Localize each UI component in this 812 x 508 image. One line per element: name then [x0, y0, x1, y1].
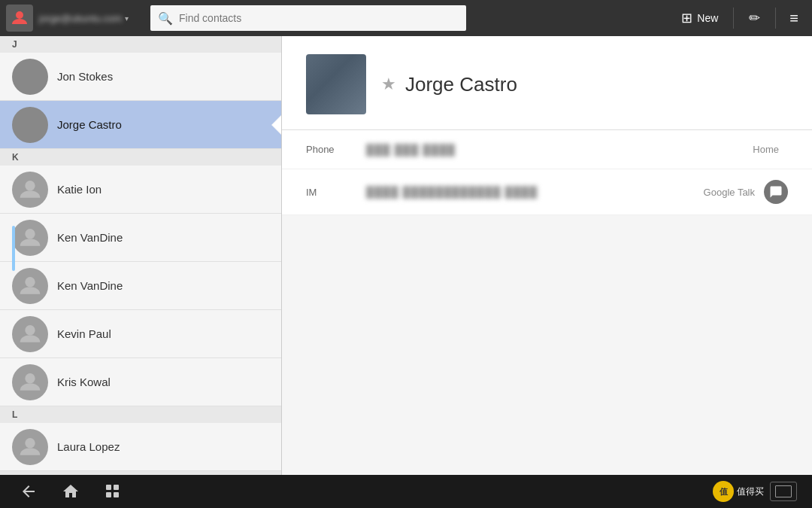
detail-contact-name: Jorge Castro — [405, 73, 517, 96]
watermark: 值 值得买 — [713, 481, 764, 502]
detail-name-area: ★ Jorge Castro — [381, 73, 517, 96]
new-button-label: New — [697, 12, 718, 24]
contact-item-ken-vandine-1[interactable]: Ken VanDine — [0, 214, 281, 262]
section-header-j: J — [0, 36, 281, 53]
recent-apps-inner — [775, 485, 792, 497]
contact-avatar-jon — [12, 59, 48, 95]
contacts-panel: J Jon Stokes Jorge Castro K Katie Ion Ke… — [0, 36, 282, 475]
scroll-indicator[interactable] — [12, 226, 15, 271]
field-type-phone: Phone — [306, 144, 366, 155]
top-bar: jorge@ubuntu.com ▾ 🔍 ⊞ New ✏ ≡ — [0, 0, 812, 36]
svg-point-4 — [25, 325, 35, 335]
contact-item-kris-kowal[interactable]: Kris Kowal — [0, 358, 281, 406]
field-value-im: ████ ████████████ ████ — [366, 186, 704, 198]
contact-item-katie-ion[interactable]: Katie Ion — [0, 166, 281, 214]
contact-name-ken2: Ken VanDine — [57, 279, 123, 292]
account-name: jorge@ubuntu.com — [39, 13, 122, 24]
contact-name-kevin: Kevin Paul — [57, 327, 111, 340]
section-header-k: K — [0, 149, 281, 166]
toolbar-separator — [733, 8, 734, 29]
contact-name-ken1: Ken VanDine — [57, 231, 123, 244]
svg-point-5 — [25, 373, 35, 383]
edit-button[interactable]: ✏ — [740, 5, 769, 31]
contact-avatar-ken1 — [12, 220, 48, 256]
detail-panel: ★ Jorge Castro Phone ███ ███ ████ Home I… — [282, 36, 812, 475]
contact-name-kris: Kris Kowal — [57, 376, 111, 388]
toolbar-separator-2 — [775, 8, 776, 29]
detail-header: ★ Jorge Castro — [282, 36, 812, 130]
contact-item-laura-lopez[interactable]: Laura Lopez — [0, 423, 281, 471]
selected-arrow — [271, 114, 282, 135]
bottom-bar: 值 值得买 — [0, 475, 812, 508]
recent-apps-indicator[interactable] — [770, 482, 797, 501]
menu-button[interactable]: ≡ — [782, 5, 806, 32]
svg-rect-8 — [106, 485, 111, 490]
contact-item-ken-vandine-2[interactable]: Ken VanDine — [0, 262, 281, 310]
detail-field-phone: Phone ███ ███ ████ Home — [282, 130, 812, 169]
contact-avatar-laura — [12, 429, 48, 465]
contact-name-katie: Katie Ion — [57, 183, 102, 196]
app-icon[interactable] — [6, 5, 33, 32]
svg-rect-9 — [106, 492, 111, 497]
detail-photo-image — [306, 54, 366, 114]
contact-name-jorge: Jorge Castro — [57, 118, 122, 131]
svg-rect-11 — [114, 492, 119, 497]
dropdown-arrow-icon: ▾ — [125, 14, 129, 23]
watermark-text: 值得买 — [737, 485, 764, 498]
contact-avatar-jorge — [12, 107, 48, 143]
watermark-icon: 值 — [713, 481, 734, 502]
contact-avatar-ken2 — [12, 268, 48, 304]
field-label-phone: Home — [753, 144, 779, 155]
detail-photo — [306, 54, 366, 114]
svg-point-0 — [16, 11, 23, 19]
main-area: J Jon Stokes Jorge Castro K Katie Ion Ke… — [0, 36, 812, 475]
new-button[interactable]: ⊞ New — [672, 5, 727, 31]
svg-point-6 — [25, 438, 35, 448]
search-icon: 🔍 — [158, 11, 173, 26]
svg-point-1 — [25, 181, 35, 190]
svg-rect-10 — [114, 485, 119, 490]
recent-apps-button[interactable] — [99, 478, 126, 505]
bottom-right-area: 值 值得买 — [713, 481, 797, 502]
favorite-star-icon[interactable]: ★ — [381, 75, 396, 94]
contact-item-kevin-paul[interactable]: Kevin Paul — [0, 310, 281, 358]
detail-field-im: IM ████ ████████████ ████ Google Talk — [282, 169, 812, 215]
account-area[interactable]: jorge@ubuntu.com ▾ — [39, 13, 144, 24]
contact-item-jorge-castro[interactable]: Jorge Castro — [0, 101, 281, 149]
contact-name-laura: Laura Lopez — [57, 440, 120, 453]
contact-item-jon-stokes[interactable]: Jon Stokes — [0, 53, 281, 101]
new-icon: ⊞ — [681, 10, 692, 26]
contact-name-jon: Jon Stokes — [57, 70, 113, 83]
im-action-button[interactable] — [764, 180, 788, 204]
field-label-im: Google Talk — [704, 187, 755, 198]
back-button[interactable] — [15, 478, 42, 505]
detail-fields: Phone ███ ███ ████ Home IM ████ ████████… — [282, 130, 812, 215]
section-header-r: R — [0, 471, 281, 475]
toolbar-right: ⊞ New ✏ ≡ — [672, 5, 806, 32]
home-button[interactable] — [57, 478, 84, 505]
section-header-l: L — [0, 406, 281, 423]
svg-point-3 — [25, 277, 35, 287]
contact-avatar-kevin — [12, 316, 48, 352]
field-value-phone: ███ ███ ████ — [366, 144, 753, 156]
search-bar[interactable]: 🔍 — [150, 5, 466, 31]
contact-avatar-katie — [12, 172, 48, 208]
svg-point-2 — [25, 229, 35, 239]
contact-avatar-kris — [12, 364, 48, 400]
edit-icon: ✏ — [749, 10, 760, 26]
field-type-im: IM — [306, 187, 366, 198]
search-input[interactable] — [179, 12, 459, 24]
